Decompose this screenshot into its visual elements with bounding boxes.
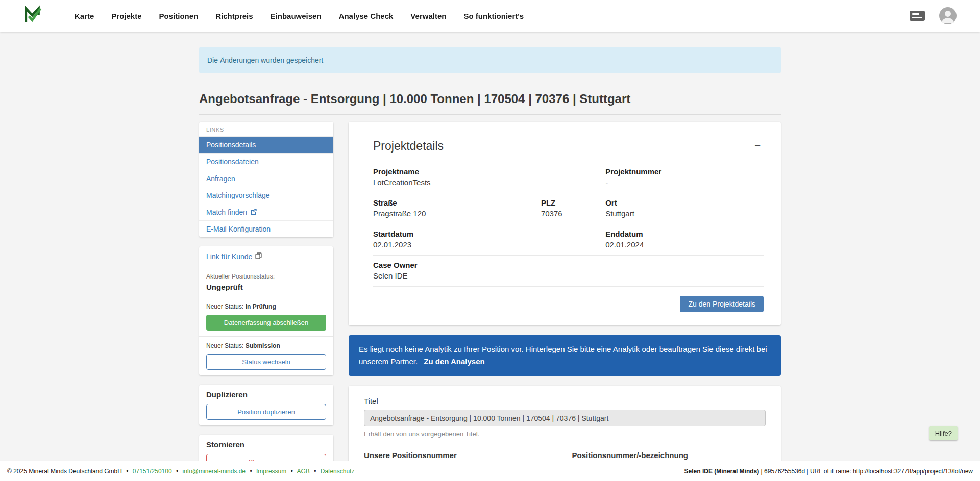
field-ort: Ort Stuttgart xyxy=(605,198,764,218)
duplicate-position-button[interactable]: Position duplizieren xyxy=(206,404,326,420)
field-case-owner: Case Owner Selen IDE xyxy=(373,261,764,280)
next-status-label: Neuer Status: xyxy=(206,303,243,310)
customer-link-label: Link für Kunde xyxy=(206,252,252,261)
title-field-help: Erhält den von uns vorgegebenen Titel. xyxy=(364,430,766,438)
sidebar-item-label: Positionsdetails xyxy=(206,141,256,149)
sidebar-item-positionsdetails[interactable]: Positionsdetails xyxy=(199,136,333,153)
field-value: Pragstraße 120 xyxy=(373,209,541,218)
field-label: Startdatum xyxy=(373,230,605,238)
separator: • xyxy=(176,468,178,475)
copy-icon xyxy=(255,252,262,261)
session-user: Selen IDE (Mineral Minds) xyxy=(684,468,760,475)
main-nav: Karte Projekte Positionen Richtpreis Ein… xyxy=(75,12,524,20)
detail-row: Projektname LotCreationTests Projektnumm… xyxy=(373,162,764,193)
switch-status-button[interactable]: Status wechseln xyxy=(206,354,326,370)
phone-link[interactable]: 07151/250100 xyxy=(133,468,172,475)
sidebar-item-label: E-Mail Konfiguration xyxy=(206,225,271,233)
analytics-link[interactable]: Zu den Analysen xyxy=(424,357,484,366)
sidebar-item-match-finden[interactable]: Match finden xyxy=(199,204,333,220)
next-status-line-1: Neuer Status: In Prüfung xyxy=(206,303,326,310)
status-card: Link für Kunde Aktueller Positionsstatus… xyxy=(199,246,333,375)
duplicate-heading: Duplizieren xyxy=(206,390,326,399)
current-status-value: Ungeprüft xyxy=(206,283,326,291)
sidebar: LINKS Positionsdetails Positionsdateien … xyxy=(199,122,333,481)
server-icon[interactable] xyxy=(910,11,925,21)
sidebar-item-label: Positionsdateien xyxy=(206,158,259,166)
datenschutz-link[interactable]: Datenschutz xyxy=(321,468,355,475)
top-navigation: Karte Projekte Positionen Richtpreis Ein… xyxy=(0,0,980,32)
field-label: Case Owner xyxy=(373,261,764,269)
footer-left: © 2025 Mineral Minds Deutschland GmbH • … xyxy=(7,468,354,475)
duplicate-card: Duplizieren Position duplizieren xyxy=(199,385,333,425)
saved-alert: Die Änderungen wurden gespeichert xyxy=(199,47,781,73)
field-label: PLZ xyxy=(541,198,605,207)
title-field-label: Titel xyxy=(364,397,766,406)
footer: © 2025 Mineral Minds Deutschland GmbH • … xyxy=(0,461,980,481)
project-details-title: Projektdetails xyxy=(373,139,444,153)
sidebar-item-anfragen[interactable]: Anfragen xyxy=(199,170,333,187)
nav-item-einbauweisen[interactable]: Einbauweisen xyxy=(271,12,322,20)
agb-link[interactable]: AGB xyxy=(297,468,310,475)
nav-item-positionen[interactable]: Positionen xyxy=(159,12,199,20)
session-details: | 69576255536d | URL of iFrame: http://l… xyxy=(759,468,973,475)
detail-row: Straße Pragstraße 120 PLZ 70376 Ort Stut… xyxy=(373,193,764,224)
title-input xyxy=(364,410,766,426)
field-value: 02.01.2024 xyxy=(605,240,764,249)
separator: • xyxy=(126,468,128,475)
external-link-icon xyxy=(251,208,257,216)
field-value: LotCreationTests xyxy=(373,178,605,187)
field-value: - xyxy=(605,178,764,187)
finish-data-entry-button[interactable]: Datenerfassung abschließen xyxy=(206,315,326,331)
project-details-button[interactable]: Zu den Projektdetails xyxy=(680,296,764,312)
saved-alert-text: Die Änderungen wurden gespeichert xyxy=(207,56,323,64)
nav-item-so-funktionierts[interactable]: So funktioniert's xyxy=(463,12,524,20)
page-body: Die Änderungen wurden gespeichert Angebo… xyxy=(0,32,980,481)
help-button[interactable]: Hilfe? xyxy=(929,426,958,440)
field-label: Ort xyxy=(605,198,764,207)
email-link[interactable]: info@mineral-minds.de xyxy=(182,468,246,475)
analytics-banner: Es liegt noch keine Analytik zu Ihrer Po… xyxy=(349,335,781,376)
field-value: 70376 xyxy=(541,209,605,218)
next-status-value: Submission xyxy=(246,342,280,349)
sidebar-item-label: Match finden xyxy=(206,208,247,216)
collapse-button[interactable]: − xyxy=(751,139,764,151)
links-header: LINKS xyxy=(199,122,333,136)
separator: • xyxy=(291,468,293,475)
sidebar-item-matchingvorschlaege[interactable]: Matchingvorschläge xyxy=(199,187,333,204)
next-status-label: Neuer Status: xyxy=(206,342,243,349)
sidebar-item-positionsdateien[interactable]: Positionsdateien xyxy=(199,153,333,170)
user-avatar[interactable] xyxy=(939,7,957,24)
detail-row: Startdatum 02.01.2023 Enddatum 02.01.202… xyxy=(373,224,764,256)
nav-item-richtpreis[interactable]: Richtpreis xyxy=(215,12,253,20)
field-enddatum: Enddatum 02.01.2024 xyxy=(605,230,764,249)
impressum-link[interactable]: Impressum xyxy=(256,468,286,475)
field-label: Projektnummer xyxy=(605,167,764,176)
field-label: Projektname xyxy=(373,167,605,176)
project-details-card: Projektdetails − Projektname LotCreation… xyxy=(349,122,781,325)
our-number-label: Unsere Positionsnummer xyxy=(364,451,558,460)
next-status-value: In Prüfung xyxy=(246,303,276,310)
mineral-minds-logo-icon xyxy=(23,5,43,27)
current-status-label: Aktueller Positionsstatus: xyxy=(206,273,326,280)
nav-item-karte[interactable]: Karte xyxy=(75,12,94,20)
sidebar-links-card: LINKS Positionsdetails Positionsdateien … xyxy=(199,122,333,237)
main-column: Projektdetails − Projektname LotCreation… xyxy=(349,122,781,481)
title-divider xyxy=(199,114,781,115)
field-value: Selen IDE xyxy=(373,271,764,280)
nav-item-analyse-check[interactable]: Analyse Check xyxy=(339,12,394,20)
copyright-text: © 2025 Mineral Minds Deutschland GmbH xyxy=(7,468,122,475)
brand-logo[interactable] xyxy=(23,5,43,27)
separator: • xyxy=(314,468,316,475)
cancel-heading: Stornieren xyxy=(206,440,326,449)
field-label: Straße xyxy=(373,198,541,207)
nav-item-verwalten[interactable]: Verwalten xyxy=(410,12,446,20)
field-strasse: Straße Pragstraße 120 xyxy=(373,198,541,218)
field-value: 02.01.2023 xyxy=(373,240,605,249)
field-projektnummer: Projektnummer - xyxy=(605,167,764,187)
customer-link[interactable]: Link für Kunde xyxy=(206,252,262,261)
sidebar-item-email-konfiguration[interactable]: E-Mail Konfiguration xyxy=(199,220,333,237)
page-title: Angebotsanfrage - Entsorgung | 10.000 To… xyxy=(199,92,781,106)
nav-item-projekte[interactable]: Projekte xyxy=(111,12,141,20)
analytics-banner-text: Es liegt noch keine Analytik zu Ihrer Po… xyxy=(359,345,767,366)
sidebar-item-label: Anfragen xyxy=(206,174,235,183)
